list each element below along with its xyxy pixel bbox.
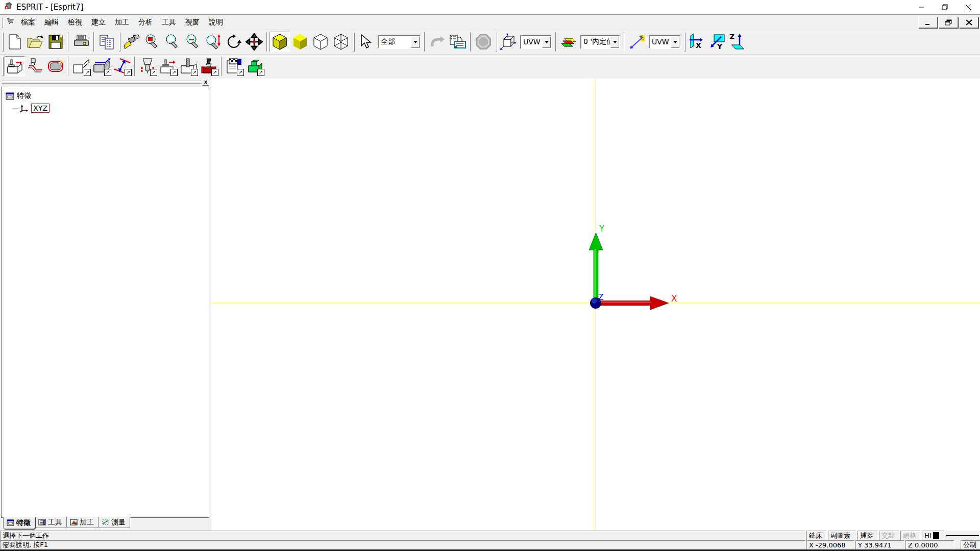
document-icon[interactable]	[6, 17, 14, 28]
work-plane-icon[interactable]	[627, 32, 647, 52]
menu-grip[interactable]	[2, 17, 3, 28]
drilling-cycle-button[interactable]: ↗	[137, 56, 158, 77]
dropdown-arrow-icon[interactable]	[411, 36, 420, 48]
save-button[interactable]	[45, 32, 66, 52]
toolbar-grip[interactable]	[119, 32, 120, 52]
mdi-minimize-button[interactable]	[918, 17, 938, 28]
zoom-window-button[interactable]	[142, 32, 162, 52]
dropdown-arrow-icon[interactable]	[542, 36, 551, 48]
tab-measure-label: 測量	[111, 518, 126, 527]
roughing-cycle-button[interactable]: ↗	[199, 56, 219, 77]
menu-file[interactable]: 檔案	[16, 16, 40, 29]
feature-tree[interactable]: 特徵 ┈┈ XYZ	[1, 87, 209, 518]
shaded-view-button[interactable]	[270, 32, 290, 52]
window-minimize-button[interactable]	[910, 0, 933, 14]
hidden-line-view-button[interactable]	[331, 32, 351, 52]
print-button[interactable]	[71, 32, 91, 52]
standard-toolbar: 全部 UVW 0 '內定值	[0, 29, 980, 54]
dropdown-arrow-icon[interactable]	[610, 36, 619, 48]
status-toggle-intersection[interactable]: 交點	[879, 531, 899, 540]
zoom-previous-button[interactable]	[203, 32, 224, 52]
new-file-button[interactable]	[5, 32, 25, 52]
menu-machining[interactable]: 加工	[110, 16, 134, 29]
menu-analysis[interactable]: 分析	[134, 16, 157, 29]
menu-help[interactable]: 說明	[204, 16, 228, 29]
title-bar: ESPRIT - [Esprit7]	[0, 0, 980, 15]
selection-filter-dropdown[interactable]: 全部	[378, 35, 421, 49]
simulation-button[interactable]: ↗	[224, 56, 244, 77]
face-feature-button[interactable]: ↗	[71, 56, 91, 77]
wireframe-view-button[interactable]	[310, 32, 331, 52]
chain-feature-button[interactable]: ↗	[91, 56, 112, 77]
shaded-no-edges-button[interactable]	[290, 32, 310, 52]
status-toggle-snap[interactable]: 捕捉	[857, 531, 878, 540]
toolbar-separator	[221, 57, 222, 76]
pocketing-cycle-button[interactable]: ↗	[178, 56, 199, 77]
status-intensity-slider[interactable]	[945, 531, 980, 540]
y-axis-label: Y	[599, 223, 605, 234]
status-toggle-grid[interactable]: 網格	[900, 531, 921, 540]
facing-cycle-button[interactable]: ↗	[158, 56, 178, 77]
toolbar-grip[interactable]	[2, 32, 4, 52]
rotate-view-button[interactable]	[224, 32, 244, 52]
pan-button[interactable]	[244, 32, 264, 52]
tab-tools[interactable]: 工具	[35, 517, 67, 528]
stock-setup-button[interactable]: ↗	[244, 56, 265, 77]
ptop-feature-button[interactable]: ↗	[112, 56, 132, 77]
select-cursor-button[interactable]	[356, 32, 376, 52]
face-milling-button[interactable]	[5, 56, 25, 77]
page-setup-button[interactable]	[448, 32, 468, 52]
menu-view[interactable]: 檢視	[63, 16, 87, 29]
menu-edit[interactable]: 編輯	[40, 16, 63, 29]
menu-create[interactable]: 建立	[87, 16, 110, 29]
tab-operations[interactable]: 加工	[66, 517, 99, 528]
menu-window[interactable]: 視窗	[181, 16, 204, 29]
status-toggle-subelement[interactable]: 副圖素	[828, 531, 856, 540]
toolbar-separator	[624, 32, 625, 52]
menu-tools[interactable]: 工具	[157, 16, 181, 29]
hi-color-swatch	[933, 532, 939, 539]
toolbar-grip[interactable]	[496, 32, 497, 52]
toolbar-grip[interactable]	[353, 32, 355, 52]
panel-close-button[interactable]: x	[202, 79, 209, 86]
flyout-arrow-icon: ↗	[150, 69, 157, 76]
status-hi-indicator[interactable]: HI	[922, 531, 944, 540]
open-file-button[interactable]	[25, 32, 45, 52]
stop-button[interactable]	[473, 32, 494, 52]
flyout-arrow-icon: ↗	[104, 69, 111, 76]
toolbar-grip[interactable]	[2, 57, 4, 76]
view-z-letter: Z	[729, 33, 734, 41]
graphics-area[interactable]: Y X Z	[211, 79, 980, 531]
panel-drag-handle[interactable]: x	[1, 79, 210, 86]
zoom-button[interactable]	[162, 32, 183, 52]
window-restore-button[interactable]	[933, 0, 957, 14]
undo-button[interactable]	[427, 32, 448, 52]
tree-xyz-item[interactable]: ┈┈ XYZ	[13, 104, 209, 113]
view-orientation-icon[interactable]	[498, 32, 519, 52]
redraw-button[interactable]	[121, 32, 142, 52]
contouring-button[interactable]	[25, 56, 45, 77]
view-along-z-button[interactable]: Z	[727, 32, 748, 52]
tab-measure[interactable]: 測量	[98, 517, 130, 528]
view-along-x-button[interactable]: X	[687, 32, 707, 52]
mdi-close-button[interactable]	[959, 17, 978, 28]
mdi-restore-button[interactable]	[939, 17, 958, 28]
pocketing-button[interactable]	[45, 56, 66, 77]
property-pages-button[interactable]	[96, 32, 117, 52]
features-icon	[6, 92, 14, 100]
window-close-button[interactable]	[957, 0, 980, 14]
layers-icon[interactable]	[558, 32, 579, 52]
layer-dropdown[interactable]: 0 '內定值	[580, 35, 620, 49]
view-along-y-button[interactable]: Y	[707, 32, 727, 52]
workplane-dropdown[interactable]: UVW	[649, 35, 680, 49]
tree-connector: ┈┈	[13, 105, 18, 112]
view-dropdown[interactable]: UVW	[520, 35, 552, 49]
tab-features-label: 特徵	[16, 518, 31, 528]
toolbar-grip[interactable]	[684, 32, 685, 52]
zoom-out-button[interactable]	[183, 32, 203, 52]
tab-features[interactable]: 特徵	[3, 517, 35, 529]
status-toggle-mill[interactable]: 銑床	[806, 531, 827, 540]
tree-root-item[interactable]: 特徵	[6, 91, 209, 101]
dropdown-arrow-icon[interactable]	[671, 36, 679, 48]
esprit-window: ESPRIT - [Esprit7] 檔案 編輯 檢視 建立 加工 分析 工具 …	[0, 0, 980, 551]
